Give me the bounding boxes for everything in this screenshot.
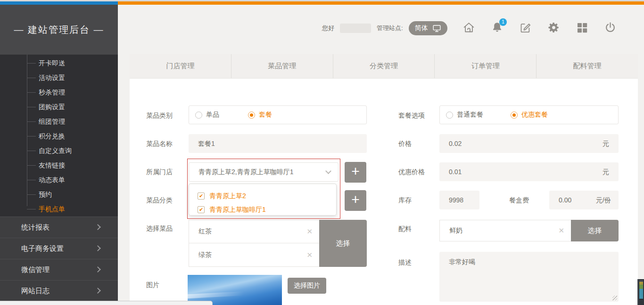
radio-label: 套餐 <box>259 111 272 119</box>
notification-badge: 1 <box>499 18 507 26</box>
price-input[interactable]: 0.02 元 <box>439 134 619 153</box>
sidebar-item[interactable]: 友情链接 <box>0 158 118 173</box>
radio-normal-combo[interactable]: 普通套餐 <box>446 111 511 119</box>
top-accent-orange <box>118 1 644 5</box>
sidebar-item[interactable]: 秒杀管理 <box>0 85 118 100</box>
remove-ingredient-icon[interactable]: ✕ <box>558 226 564 235</box>
discount-price-input[interactable]: 0.01 元 <box>439 162 619 181</box>
store-select[interactable]: 青青原上草2,青青原上草咖啡厅1 <box>189 162 339 182</box>
add-dish-category-button[interactable]: + <box>345 190 366 211</box>
sidebar-group[interactable]: 微信管理 <box>0 259 118 280</box>
sidebar-group[interactable]: 统计报表 <box>0 217 118 238</box>
checkbox-checked-icon: ✔ <box>198 193 205 200</box>
description-textarea[interactable]: 非常好喝 <box>439 252 619 302</box>
sidebar-item[interactable]: 自定义查询 <box>0 144 118 158</box>
tab-order-management[interactable]: 订单管理 <box>435 54 537 78</box>
field-label-stock: 库存 <box>398 196 412 205</box>
radio-discount-combo[interactable]: 优惠套餐 <box>511 111 548 119</box>
radio-icon <box>248 112 255 119</box>
remove-dish-icon[interactable]: ✕ <box>306 251 313 259</box>
dish-item-row: 红茶 ✕ <box>189 220 320 243</box>
store-option-checked[interactable]: ✔ 青青原上草咖啡厅1 <box>198 203 336 217</box>
field-label-discount-price: 优惠价格 <box>398 168 425 177</box>
add-store-button[interactable]: + <box>345 162 366 183</box>
select-image-button[interactable]: 选择图片 <box>288 278 326 294</box>
field-label-combo-option: 套餐选项 <box>398 112 425 120</box>
home-icon[interactable] <box>462 21 475 34</box>
sidebar-groups: 统计报表 电子商务设置 微信管理 网站日志 <box>0 217 118 301</box>
sidebar-item[interactable]: 预约 <box>0 187 118 202</box>
box-fee-unit: 元/份 <box>596 191 611 209</box>
ingredient-input[interactable]: 鲜奶 ✕ <box>439 220 571 241</box>
sidebar-item[interactable]: 活动设置 <box>0 71 118 85</box>
tab-ingredient-management[interactable]: 配料管理 <box>537 54 638 78</box>
discount-price-value: 0.01 <box>449 168 462 176</box>
dish-item-name: 红茶 <box>198 227 212 236</box>
resize-grip-icon[interactable] <box>612 296 617 300</box>
tab-bar: 门店管理 菜品管理 分类管理 订单管理 配料管理 <box>130 54 638 79</box>
edit-icon[interactable] <box>519 21 532 34</box>
store-option-checked[interactable]: ✔ 青青原上草2 <box>198 189 336 203</box>
stock-input[interactable]: 9998 <box>439 191 479 209</box>
sidebar-group[interactable]: 电子商务设置 <box>0 238 118 259</box>
sidebar-item-active[interactable]: 手机点单 <box>0 202 118 217</box>
site-label: 管理站点: <box>377 24 403 32</box>
field-label-box-fee: 餐盒费 <box>509 196 529 205</box>
field-label-description: 描述 <box>398 258 412 267</box>
notifications-bell-icon[interactable]: 1 <box>491 21 504 34</box>
select-ingredient-button[interactable]: 选择 <box>571 220 619 241</box>
tab-dish-management[interactable]: 菜品管理 <box>231 54 333 78</box>
radio-icon <box>195 112 202 119</box>
ingredient-value: 鲜奶 <box>449 226 462 235</box>
sidebar-item[interactable]: 动态表单 <box>0 173 118 187</box>
radio-combo[interactable]: 套餐 <box>248 111 272 119</box>
combo-radio-group: 普通套餐 优惠套餐 <box>439 105 619 124</box>
sidebar-item[interactable]: 开卡即送 <box>0 56 118 71</box>
field-label-select-dish: 选择菜品 <box>146 225 173 233</box>
store-select-value: 青青原上草2,青青原上草咖啡厅1 <box>198 168 293 176</box>
language-pill[interactable]: 简体 <box>409 21 447 35</box>
settings-gear-icon[interactable] <box>547 21 560 34</box>
sidebar-group-label: 电子商务设置 <box>21 244 64 252</box>
sidebar: — 建站管理后台 — 开卡即送 活动设置 秒杀管理 团购设置 组团管理 积分兑换… <box>0 5 118 301</box>
app-window: — 建站管理后台 — 开卡即送 活动设置 秒杀管理 团购设置 组团管理 积分兑换… <box>0 0 644 305</box>
store-option-label: 青青原上草2 <box>209 192 246 201</box>
field-label-category: 菜品类别 <box>146 112 173 120</box>
power-icon[interactable] <box>604 21 617 34</box>
category-radio-group: 单品 套餐 <box>189 105 367 124</box>
remove-dish-icon[interactable]: ✕ <box>306 227 313 236</box>
box-fee-input[interactable]: 0.00 元/份 <box>549 191 619 209</box>
dish-name-input[interactable]: 套餐1 <box>189 134 367 153</box>
dish-item-name: 绿茶 <box>198 251 212 259</box>
field-label-dish-category: 菜品分类 <box>146 196 173 205</box>
language-label: 简体 <box>415 24 428 32</box>
store-dropdown-panel: ✔ 青青原上草2 ✔ 青青原上草咖啡厅1 <box>189 184 337 216</box>
greeting-text: 您好 <box>322 24 334 32</box>
box-fee-value: 0.00 <box>559 196 571 204</box>
description-value: 非常好喝 <box>449 258 475 265</box>
radio-label: 单品 <box>206 111 219 119</box>
select-dish-button[interactable]: 选择 <box>319 220 367 267</box>
radio-label: 优惠套餐 <box>521 111 548 119</box>
chevron-right-icon <box>95 266 101 273</box>
apps-grid-icon[interactable] <box>576 21 588 34</box>
sidebar-group-label: 网站日志 <box>21 287 50 295</box>
radio-icon <box>511 112 518 119</box>
sidebar-group[interactable]: 网站日志 <box>0 280 118 301</box>
chevron-down-icon <box>325 168 331 174</box>
app-title: — 建站管理后台 — <box>0 5 118 55</box>
price-unit: 元 <box>603 134 609 153</box>
radio-single-dish[interactable]: 单品 <box>195 111 248 119</box>
radio-icon <box>446 112 453 119</box>
tab-category-management[interactable]: 分类管理 <box>333 54 435 78</box>
sidebar-item[interactable]: 团购设置 <box>0 100 118 114</box>
top-accent-blue <box>0 1 118 5</box>
dish-item-row: 绿茶 ✕ <box>189 243 320 267</box>
chevron-right-icon <box>95 245 101 251</box>
field-label-name: 菜品名称 <box>146 140 173 148</box>
sidebar-item[interactable]: 积分兑换 <box>0 129 118 144</box>
tab-store-management[interactable]: 门店管理 <box>130 54 231 78</box>
discount-price-unit: 元 <box>603 162 609 181</box>
redacted-username <box>340 24 371 33</box>
sidebar-item[interactable]: 组团管理 <box>0 114 118 129</box>
